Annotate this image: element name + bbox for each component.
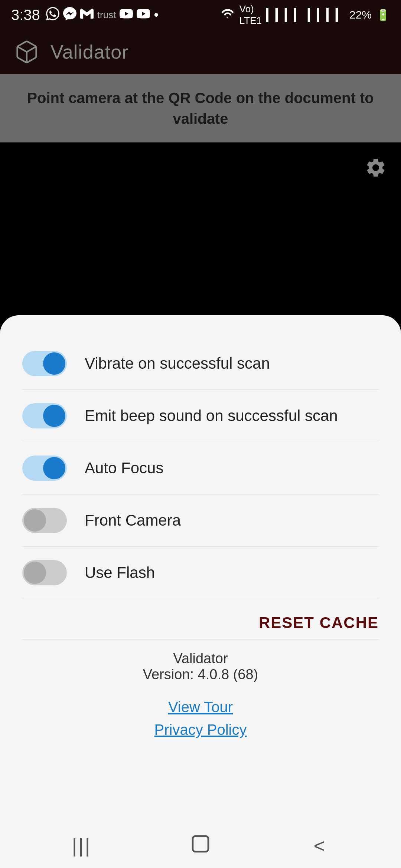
version-app-name: Validator (173, 651, 228, 667)
settings-gear-button[interactable] (361, 153, 391, 183)
back-icon: < (314, 835, 325, 857)
signal-bars-icon: ▎▎▎▎ (266, 8, 303, 22)
version-number: Version: 4.0.8 (68) (143, 667, 258, 683)
youtube2-icon (137, 7, 150, 23)
home-icon (190, 834, 211, 858)
app-logo (13, 39, 40, 65)
gmail-icon (80, 7, 94, 23)
view-tour-link[interactable]: View Tour (168, 699, 233, 716)
frontcamera-toggle[interactable] (22, 508, 67, 533)
status-bar: 3:38 trust • (0, 0, 401, 30)
frontcamera-toggle-knob (24, 509, 46, 532)
status-left: 3:38 trust • (11, 7, 159, 23)
frontcamera-label: Front Camera (85, 512, 181, 529)
app-title: Validator (50, 41, 128, 63)
back-button[interactable]: < (301, 831, 338, 861)
reset-cache-button[interactable]: RESET CACHE (259, 614, 379, 632)
whatsapp-icon (46, 7, 59, 23)
vibrate-toggle[interactable] (22, 351, 67, 376)
battery-text: 22% (349, 9, 372, 21)
autofocus-toggle-row: Auto Focus (22, 442, 379, 494)
frontcamera-toggle-row: Front Camera (22, 494, 379, 546)
instruction-text: Point camera at the QR Code on the docum… (27, 90, 374, 127)
reset-cache-row: RESET CACHE (22, 599, 379, 639)
status-icons: trust • (46, 7, 159, 23)
flash-toggle-row: Use Flash (22, 547, 379, 599)
signal-bars2-icon: ▎▎▎▎ (308, 8, 345, 22)
settings-panel: Vibrate on successful scan Emit beep sou… (0, 315, 401, 868)
autofocus-label: Auto Focus (85, 459, 163, 477)
vibrate-label: Vibrate on successful scan (85, 355, 270, 372)
trust-icon: trust (97, 9, 116, 21)
youtube-icon (120, 7, 133, 23)
signal-text: Vo)LTE1 (239, 3, 262, 26)
dot-icon: • (154, 7, 159, 23)
svg-rect-1 (193, 836, 208, 852)
recents-button[interactable]: ||| (63, 831, 100, 861)
privacy-policy-link[interactable]: Privacy Policy (154, 721, 247, 738)
beep-label: Emit beep sound on successful scan (85, 407, 338, 425)
beep-toggle-row: Emit beep sound on successful scan (22, 390, 379, 442)
camera-view (0, 142, 401, 320)
home-button[interactable] (182, 831, 219, 861)
status-time: 3:38 (11, 7, 40, 23)
vibrate-toggle-row: Vibrate on successful scan (22, 338, 379, 389)
autofocus-toggle-knob (43, 457, 65, 479)
flash-toggle-knob (24, 562, 46, 584)
recents-icon: ||| (72, 835, 92, 857)
battery-icon: 🔋 (376, 9, 390, 22)
version-section: Validator Version: 4.0.8 (68) (22, 640, 379, 690)
app-header: Validator (0, 30, 401, 74)
autofocus-toggle[interactable] (22, 456, 67, 481)
messenger-icon (63, 7, 76, 23)
wifi-icon (220, 7, 235, 22)
vibrate-toggle-knob (43, 352, 65, 375)
flash-toggle[interactable] (22, 560, 67, 585)
status-right: Vo)LTE1 ▎▎▎▎ ▎▎▎▎ 22% 🔋 (220, 3, 390, 26)
instruction-banner: Point camera at the QR Code on the docum… (0, 74, 401, 142)
beep-toggle[interactable] (22, 403, 67, 428)
links-section: View Tour Privacy Policy (22, 690, 379, 747)
flash-label: Use Flash (85, 564, 155, 582)
beep-toggle-knob (43, 405, 65, 427)
nav-bar: ||| < (0, 823, 401, 868)
